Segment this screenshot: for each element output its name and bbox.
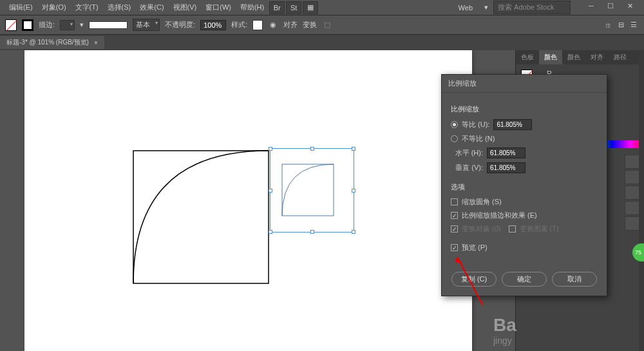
style-label: 样式: — [231, 20, 247, 30]
panel-tab-path[interactable]: 路径 — [609, 50, 632, 64]
recolor-icon[interactable]: ◉ — [268, 20, 278, 30]
brush-style-dropdown[interactable]: 基本 — [133, 19, 160, 31]
opacity-label: 不透明度: — [165, 20, 195, 30]
stroke-weight-dropdown[interactable] — [60, 20, 75, 30]
vertical-input[interactable]: 61.805% — [487, 162, 526, 173]
menu-type[interactable]: 文字(T) — [71, 1, 102, 14]
bridge-icon[interactable]: Br — [269, 1, 285, 14]
menu-icon[interactable]: ☰ — [629, 20, 639, 30]
setup-icon[interactable]: ⎅ — [603, 20, 613, 30]
small-arc-shape[interactable] — [281, 164, 334, 216]
uniform-input[interactable]: 61.805% — [493, 119, 532, 130]
scale-group-label: 比例缩放 — [451, 104, 598, 114]
horizontal-input[interactable]: 61.805% — [487, 147, 526, 158]
scale-dialog: 比例缩放 比例缩放 等比 (U): 61.805% 不等比 (N) 水平 (H)… — [441, 74, 607, 296]
dialog-title: 比例缩放 — [442, 75, 607, 93]
menu-window[interactable]: 窗口(W) — [202, 1, 235, 14]
stroke-profile[interactable] — [89, 21, 128, 29]
svg-rect-0 — [133, 151, 269, 283]
document-tab-bar: 标题-3* @ 101% (RGB/预览) × — [0, 35, 644, 50]
nonuniform-label: 不等比 (N) — [462, 134, 495, 144]
cancel-button[interactable]: 取消 — [552, 272, 597, 287]
transform-pat-checkbox — [509, 225, 516, 232]
panel-tab-align[interactable]: 对齐 — [585, 50, 609, 64]
panel-tab-swatches[interactable]: 色板 — [516, 50, 539, 64]
menubar: 编辑(E) 对象(O) 文字(T) 选择(S) 效果(C) 视图(V) 窗口(W… — [0, 0, 644, 15]
menu-view[interactable]: 视图(V) — [169, 1, 201, 14]
scale-corners-checkbox[interactable] — [451, 198, 458, 205]
pref-icon[interactable]: ⊟ — [616, 20, 626, 30]
align-label[interactable]: 对齐 — [283, 20, 298, 30]
transform-obj-label: 变换对象 (0) — [462, 224, 501, 234]
stroke-swatch[interactable] — [22, 19, 33, 31]
tab-close-icon[interactable]: × — [94, 39, 98, 46]
opacity-input[interactable]: 100% — [200, 20, 226, 30]
scale-corners-label: 缩放圆角 (S) — [462, 197, 502, 207]
stroke-label: 描边: — [39, 20, 55, 30]
copy-button[interactable]: 复制 (C) — [451, 272, 497, 287]
transform-label[interactable]: 变换 — [303, 20, 317, 30]
minimize-button[interactable]: ─ — [582, 2, 600, 14]
uniform-radio[interactable] — [451, 121, 458, 128]
menu-edit[interactable]: 编辑(E) — [5, 1, 37, 14]
nonuniform-radio[interactable] — [451, 135, 458, 142]
transform-pat-label: 变换图案 (T) — [520, 224, 559, 234]
scale-strokes-label: 比例缩放描边和效果 (E) — [462, 211, 537, 220]
isolate-icon[interactable]: ⬚ — [322, 20, 332, 30]
watermark: Ba jingy — [493, 315, 516, 346]
panel-tabs: 色板 颜色 颜色 对齐 路径 — [516, 50, 644, 64]
svg-rect-1 — [282, 164, 334, 216]
panel-tab-color[interactable]: 颜色 — [539, 50, 562, 64]
workspace-name[interactable]: Web — [452, 3, 479, 13]
graphic-style-swatch[interactable] — [252, 20, 263, 30]
vertical-label: 垂直 (V): — [451, 163, 483, 173]
scale-strokes-checkbox[interactable]: ✓ — [451, 212, 458, 219]
preview-checkbox[interactable]: ✓ — [451, 244, 458, 251]
control-bar: 描边: ▾ 基本 不透明度: 100% 样式: ◉ 对齐 变换 ⬚ ⎅ ⊟ ☰ — [0, 15, 644, 35]
options-label: 选项 — [451, 182, 598, 192]
chevron-down-icon: ▾ — [484, 3, 488, 12]
maximize-button[interactable]: ☐ — [601, 2, 620, 14]
menu-select[interactable]: 选择(S) — [104, 1, 135, 14]
search-stock-input[interactable]: 搜索 Adobe Stock — [493, 1, 571, 14]
document-tab[interactable]: 标题-3* @ 101% (RGB/预览) × — [0, 36, 104, 49]
panel-tab-color2[interactable]: 颜色 — [562, 50, 585, 64]
horizontal-label: 水平 (H): — [451, 148, 483, 158]
menu-help[interactable]: 帮助(H) — [236, 1, 268, 14]
transform-obj-checkbox: ✓ — [451, 225, 458, 232]
canvas[interactable] — [0, 50, 515, 351]
ok-button[interactable]: 确定 — [502, 272, 547, 287]
large-arc-shape[interactable] — [133, 150, 269, 284]
panel-edge — [639, 50, 644, 351]
fill-swatch[interactable] — [5, 19, 17, 31]
arrange-icon[interactable]: ▦ — [303, 1, 318, 14]
menu-object[interactable]: 对象(O) — [38, 1, 70, 14]
stock-icon[interactable]: St — [286, 1, 301, 14]
close-button[interactable]: ✕ — [621, 2, 639, 14]
preview-label: 预览 (P) — [462, 243, 488, 252]
uniform-label: 等比 (U): — [462, 120, 489, 129]
menu-effect[interactable]: 效果(C) — [136, 1, 167, 14]
tab-title: 标题-3* @ 101% (RGB/预览) — [6, 38, 89, 47]
chevron-icon: ▾ — [80, 21, 84, 29]
